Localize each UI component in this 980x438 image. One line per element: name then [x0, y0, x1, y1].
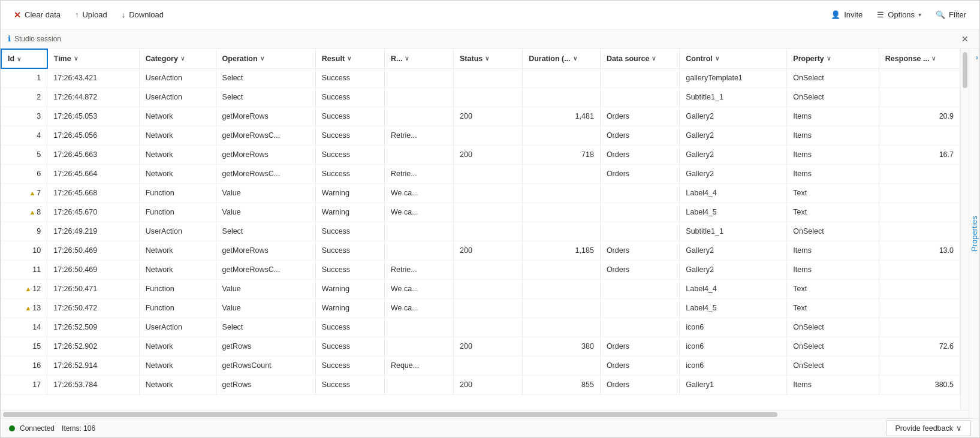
cell-property: Text [787, 298, 879, 318]
connected-dot [9, 425, 15, 431]
horizontal-scrollbar[interactable] [1, 410, 969, 418]
cell-status [454, 87, 523, 107]
status-bar: Connected Items: 106 Provide feedback ∨ [1, 418, 979, 437]
cell-datasource: Orders [600, 375, 679, 394]
table-row[interactable]: 2 17:26:44.872 UserAction Select Success… [1, 87, 960, 107]
col-header-id[interactable]: Id ∨ [1, 49, 47, 68]
cell-response [879, 87, 960, 107]
table-row[interactable]: 16 17:26:52.914 Network getRowsCount Suc… [1, 356, 960, 375]
table-row[interactable]: 17 17:26:53.784 Network getRows Success … [1, 375, 960, 394]
cell-r: Retrie... [384, 260, 453, 279]
col-header-datasource[interactable]: Data source ∨ [600, 49, 679, 68]
cell-datasource: Orders [600, 260, 679, 279]
cell-id: 6 [1, 164, 47, 183]
cell-response [879, 356, 960, 375]
cell-operation: getRows [216, 337, 315, 356]
cell-status [454, 68, 523, 87]
table-row[interactable]: 15 17:26:52.902 Network getRows Success … [1, 337, 960, 356]
session-bar: ℹ Studio session ✕ [1, 29, 979, 49]
upload-label: Upload [82, 10, 107, 19]
cell-r [384, 107, 453, 126]
col-header-duration[interactable]: Duration (... ∨ [523, 49, 601, 68]
cell-result: Success [315, 241, 384, 260]
table-row[interactable]: 6 17:26:45.664 Network getMoreRowsC... S… [1, 164, 960, 183]
table-row[interactable]: 1 17:26:43.421 UserAction Select Success… [1, 68, 960, 87]
vertical-scrollbar[interactable] [960, 49, 969, 410]
download-label: Download [129, 10, 164, 19]
clear-data-button[interactable]: ✕ Clear data [8, 7, 67, 23]
col-header-category[interactable]: Category ∨ [139, 49, 216, 68]
cell-operation: getRowsCount [216, 356, 315, 375]
cell-category: Function [139, 183, 216, 203]
sort-icon-r: ∨ [405, 55, 409, 62]
table-scroll-container[interactable]: Id ∨ Time ∨ [1, 49, 960, 410]
col-header-operation[interactable]: Operation ∨ [216, 49, 315, 68]
cell-id: 5 [1, 145, 47, 164]
col-header-response[interactable]: Response ... ∨ [879, 49, 960, 68]
h-scrollbar-thumb [3, 412, 777, 417]
connected-label: Connected [20, 424, 55, 433]
toolbar-left: ✕ Clear data ↑ Upload ↓ Download [8, 7, 822, 23]
invite-button[interactable]: 👤 Invite [825, 7, 869, 23]
cell-duration: 1,481 [523, 107, 601, 126]
cell-result: Success [315, 126, 384, 145]
cell-r: We ca... [384, 203, 453, 222]
cell-id: 9 [1, 222, 47, 241]
cell-operation: Select [216, 318, 315, 337]
table-row[interactable]: 9 17:26:49.219 UserAction Select Success… [1, 222, 960, 241]
cell-datasource [600, 87, 679, 107]
warning-icon: ▲ [25, 304, 31, 312]
table-header: Id ∨ Time ∨ [1, 49, 960, 68]
x-icon: ✕ [14, 10, 21, 20]
col-header-status[interactable]: Status ∨ [454, 49, 523, 68]
cell-datasource: Orders [600, 145, 679, 164]
col-header-result[interactable]: Result ∨ [315, 49, 384, 68]
cell-time: 17:26:52.902 [47, 337, 139, 356]
table-row[interactable]: 14 17:26:52.509 UserAction Select Succes… [1, 318, 960, 337]
table-row[interactable]: ▲8 17:26:45.670 Function Value Warning W… [1, 203, 960, 222]
cell-id: 1 [1, 68, 47, 87]
options-button[interactable]: ☰ Options ▾ [871, 7, 927, 23]
close-session-button[interactable]: ✕ [958, 33, 972, 45]
cell-datasource [600, 183, 679, 203]
cell-category: UserAction [139, 87, 216, 107]
toolbar: ✕ Clear data ↑ Upload ↓ Download 👤 Invit… [1, 1, 979, 29]
table-row[interactable]: ▲7 17:26:45.668 Function Value Warning W… [1, 183, 960, 203]
properties-sidebar[interactable]: › Properties [969, 49, 979, 418]
cell-category: UserAction [139, 222, 216, 241]
table-row[interactable]: 10 17:26:50.469 Network getMoreRows Succ… [1, 241, 960, 260]
table-body: 1 17:26:43.421 UserAction Select Success… [1, 68, 960, 394]
main-area: Id ∨ Time ∨ [1, 49, 979, 418]
table-row[interactable]: ▲13 17:26:50.472 Function Value Warning … [1, 298, 960, 318]
provide-feedback-button[interactable]: Provide feedback ∨ [886, 420, 971, 436]
cell-result: Warning [315, 183, 384, 203]
filter-button[interactable]: 🔍 Filter [930, 7, 972, 23]
warning-icon: ▲ [25, 285, 31, 292]
cell-property: Items [787, 126, 879, 145]
col-header-control[interactable]: Control ∨ [680, 49, 787, 68]
cell-response [879, 318, 960, 337]
cell-property: Items [787, 260, 879, 279]
col-header-property[interactable]: Property ∨ [787, 49, 879, 68]
sort-icon-property: ∨ [827, 55, 831, 62]
cell-r [384, 68, 453, 87]
cell-datasource [600, 222, 679, 241]
cell-category: UserAction [139, 68, 216, 87]
col-header-time[interactable]: Time ∨ [47, 49, 139, 68]
download-button[interactable]: ↓ Download [116, 7, 170, 23]
table-row[interactable]: 5 17:26:45.663 Network getMoreRows Succe… [1, 145, 960, 164]
table-row[interactable]: 3 17:26:45.053 Network getMoreRows Succe… [1, 107, 960, 126]
cell-response [879, 164, 960, 183]
col-header-r[interactable]: R... ∨ [384, 49, 453, 68]
table-row[interactable]: 4 17:26:45.056 Network getMoreRowsC... S… [1, 126, 960, 145]
cell-property: Text [787, 203, 879, 222]
table-row[interactable]: ▲12 17:26:50.471 Function Value Warning … [1, 279, 960, 298]
cell-duration [523, 260, 601, 279]
feedback-label: Provide feedback [895, 424, 953, 433]
upload-button[interactable]: ↑ Upload [69, 7, 113, 23]
cell-operation: getMoreRows [216, 107, 315, 126]
cell-control: icon6 [680, 356, 787, 375]
table-row[interactable]: 11 17:26:50.469 Network getMoreRowsC... … [1, 260, 960, 279]
cell-operation: getMoreRowsC... [216, 164, 315, 183]
cell-category: Function [139, 298, 216, 318]
